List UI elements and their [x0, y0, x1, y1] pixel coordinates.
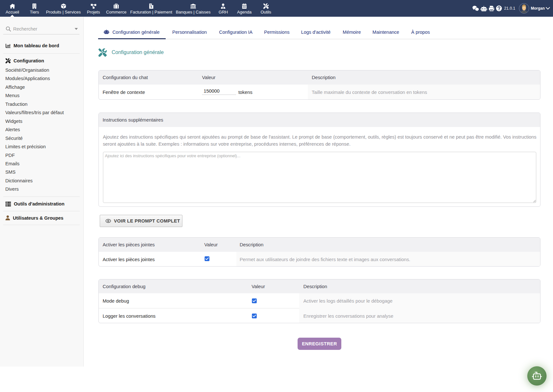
- svg-text:$: $: [151, 5, 152, 8]
